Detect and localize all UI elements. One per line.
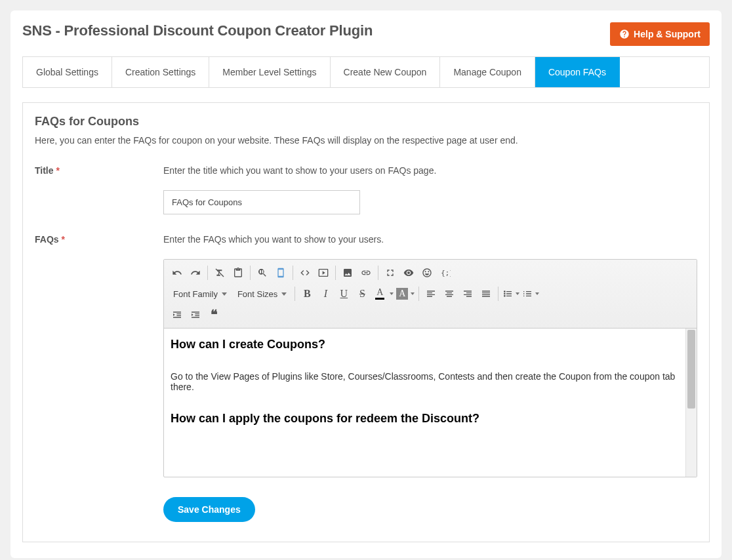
mobile-icon[interactable] xyxy=(272,264,290,282)
numbered-list-button[interactable] xyxy=(521,289,540,299)
title-input[interactable] xyxy=(163,190,360,214)
background-color-button[interactable]: A xyxy=(395,288,416,300)
help-support-button[interactable]: Help & Support xyxy=(610,22,710,46)
help-support-label: Help & Support xyxy=(634,29,701,39)
faq-question-1: How can I create Coupons? xyxy=(171,338,679,351)
insert-media-icon[interactable] xyxy=(314,264,333,282)
tab-member-level-settings[interactable]: Member Level Settings xyxy=(209,57,330,87)
section-description: Here, you can enter the FAQs for coupon … xyxy=(35,135,697,146)
header-row: SNS - Professional Discount Coupon Creat… xyxy=(22,22,710,46)
editor-toolbar: {;} Font Family Font Sizes xyxy=(164,260,697,329)
scrollbar-thumb[interactable] xyxy=(687,330,695,409)
admin-panel: SNS - Professional Discount Coupon Creat… xyxy=(10,10,722,558)
source-code-icon[interactable] xyxy=(296,264,314,282)
faqs-label: FAQs * xyxy=(35,234,163,477)
italic-button[interactable]: I xyxy=(316,285,335,303)
svg-point-1 xyxy=(504,290,506,292)
link-icon[interactable] xyxy=(357,264,375,282)
bullet-list-button[interactable] xyxy=(501,289,521,299)
faqs-hint: Enter the FAQs which you want to show to… xyxy=(163,234,697,245)
chevron-down-icon xyxy=(281,292,287,296)
editor-content-area[interactable]: How can I create Coupons? Go to the View… xyxy=(164,329,685,477)
faq-answer-1: Go to the View Pages of Plugins like Sto… xyxy=(171,371,679,392)
redo-icon[interactable] xyxy=(186,264,205,282)
align-center-icon[interactable] xyxy=(440,285,458,303)
align-justify-icon[interactable] xyxy=(477,285,495,303)
strikethrough-button[interactable]: S xyxy=(353,285,371,303)
page-title: SNS - Professional Discount Coupon Creat… xyxy=(22,22,373,39)
tab-creation-settings[interactable]: Creation Settings xyxy=(112,57,209,87)
editor-scrollbar[interactable] xyxy=(685,329,697,477)
rich-text-editor: {;} Font Family Font Sizes xyxy=(163,259,697,477)
content-box: FAQs for Coupons Here, you can enter the… xyxy=(22,102,710,542)
chevron-down-icon xyxy=(411,292,415,295)
title-hint: Enter the title which you want to show t… xyxy=(163,165,697,176)
blockquote-icon[interactable]: ❝ xyxy=(205,306,223,324)
chevron-down-icon xyxy=(535,292,539,295)
svg-point-3 xyxy=(504,295,506,297)
chevron-down-icon xyxy=(390,292,394,295)
tab-global-settings[interactable]: Global Settings xyxy=(23,57,112,87)
align-right-icon[interactable] xyxy=(458,285,477,303)
chevron-down-icon xyxy=(222,292,227,296)
align-left-icon[interactable] xyxy=(422,285,440,303)
outdent-icon[interactable] xyxy=(168,306,186,324)
paste-icon[interactable] xyxy=(229,264,247,282)
find-replace-icon[interactable] xyxy=(253,264,272,282)
faq-question-2: How can I apply the coupons for redeem t… xyxy=(171,412,679,426)
undo-icon[interactable] xyxy=(168,264,186,282)
tabs-nav: Global Settings Creation Settings Member… xyxy=(22,56,710,88)
underline-button[interactable]: U xyxy=(335,285,353,303)
font-family-select[interactable]: Font Family xyxy=(168,287,232,302)
indent-icon[interactable] xyxy=(186,306,205,324)
required-marker: * xyxy=(61,234,64,245)
preview-icon[interactable] xyxy=(399,264,418,282)
chevron-down-icon xyxy=(516,292,519,295)
font-sizes-select[interactable]: Font Sizes xyxy=(232,287,292,302)
emoji-icon[interactable] xyxy=(418,264,436,282)
title-label: Title * xyxy=(35,165,163,214)
section-heading: FAQs for Coupons xyxy=(35,115,697,129)
tab-manage-coupon[interactable]: Manage Coupon xyxy=(440,57,535,87)
required-marker: * xyxy=(56,165,59,176)
clear-format-icon[interactable] xyxy=(211,264,229,282)
svg-text:{;}: {;} xyxy=(441,269,451,277)
image-icon[interactable] xyxy=(338,264,357,282)
tab-create-new-coupon[interactable]: Create New Coupon xyxy=(331,57,441,87)
code-sample-icon[interactable]: {;} xyxy=(436,264,455,282)
tab-coupon-faqs[interactable]: Coupon FAQs xyxy=(535,57,620,87)
help-icon xyxy=(619,29,630,39)
bold-button[interactable]: B xyxy=(298,285,316,303)
text-color-button[interactable]: A xyxy=(371,287,395,301)
button-row: Save Changes xyxy=(163,497,697,522)
fullscreen-icon[interactable] xyxy=(381,264,399,282)
svg-point-2 xyxy=(504,293,506,295)
field-row-faqs: FAQs * Enter the FAQs which you want to … xyxy=(35,234,697,477)
save-changes-button[interactable]: Save Changes xyxy=(163,497,255,522)
field-row-title: Title * Enter the title which you want t… xyxy=(35,165,697,214)
